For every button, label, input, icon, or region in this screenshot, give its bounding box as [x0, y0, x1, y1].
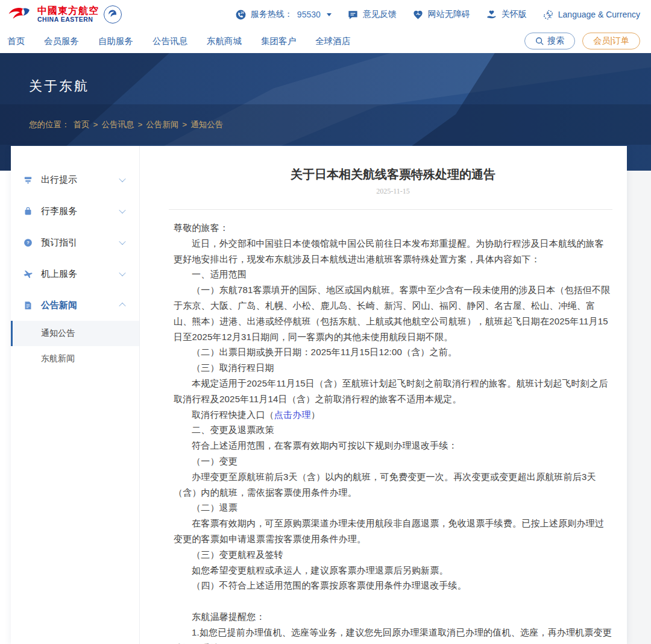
sidebar-item-预订指引[interactable]: ?预订指引: [11, 227, 139, 258]
sidebar-item-label: 预订指引: [41, 237, 77, 248]
article-paragraph: 办理变更至原航班前后3天（含）以内的航班，可免费变更一次。再次变更或变更超出原航…: [174, 469, 612, 500]
svg-text:文: 文: [548, 14, 552, 18]
nav-actions: 搜索 会员|订单: [524, 33, 640, 49]
breadcrumb-label: 您的位置：: [29, 119, 70, 130]
article-paragraph: （二）退票: [174, 500, 612, 516]
breadcrumb: 您的位置： 首页>公告讯息>公告新闻>通知公告: [29, 119, 223, 130]
sidebar-item-行李服务[interactable]: 行李服务: [11, 195, 139, 227]
sidebar-subitem-通知公告[interactable]: 通知公告: [11, 321, 139, 346]
article-title: 关于日本相关航线客票特殊处理的通告: [174, 166, 612, 183]
svg-text:?: ?: [27, 240, 30, 245]
accessibility-icon: [412, 9, 424, 21]
article-paragraph: 近日，外交部和中国驻日本使领馆就中国公民前往日本发布郑重提醒。为协助行程涉及日本…: [174, 236, 612, 267]
article-paragraph: （三）变更航程及签转: [174, 547, 612, 563]
article-paragraph: 二、变更及退票政策: [174, 422, 612, 438]
nav-link[interactable]: 集团客户: [261, 36, 296, 47]
nav-link[interactable]: 自助服务: [98, 36, 133, 47]
nav-link[interactable]: 公告讯息: [153, 36, 187, 47]
article-paragraph: （三）取消行程日期: [174, 360, 612, 376]
topbar-link-label: 意见反馈: [363, 9, 397, 20]
hotline[interactable]: 24 服务热线：95530: [235, 9, 332, 21]
brand-name-en: CHINA EASTERN: [37, 16, 99, 23]
hotline-caret-icon: [327, 13, 332, 16]
paragraph-spacer: [174, 593, 612, 609]
breadcrumb-bar: 您的位置： 首页>公告讯息>公告新闻>通知公告: [0, 104, 651, 145]
feedback-icon: [347, 9, 359, 21]
article-paragraph: 尊敬的旅客：: [174, 220, 612, 236]
topbar-link-label: Language & Currency: [558, 10, 640, 19]
sidebar-subitem-东航新闻[interactable]: 东航新闻: [11, 346, 139, 371]
breadcrumb-item[interactable]: 首页: [74, 119, 90, 130]
booking-guide-icon: ?: [23, 238, 33, 248]
article-paragraph: 一、适用范围: [174, 267, 612, 282]
page-title: 关于东航: [29, 77, 89, 95]
paragraph-text: ）: [311, 409, 320, 420]
brand-logo[interactable]: 中國東方航空 CHINA EASTERN: [7, 5, 122, 24]
paragraph-text: 取消行程快捷入口（: [192, 409, 274, 420]
breadcrumb-item[interactable]: 通知公告: [190, 119, 223, 130]
chevron-down-icon: [119, 238, 125, 245]
phone-24-icon: 24: [235, 9, 247, 21]
china-eastern-bird-icon: [7, 5, 33, 24]
sidebar-subitem-label: 通知公告: [41, 328, 75, 339]
sidebar-subitem-label: 东航新闻: [41, 353, 75, 364]
chevron-up-icon: [119, 303, 125, 309]
article-paragraph: （二）出票日期或换开日期：2025年11月15日12:00（含）之前。: [174, 344, 612, 360]
sidebar-item-label: 机上服务: [41, 268, 77, 280]
sidebar: 出行提示行李服务?预订指引机上服务公告新闻通知公告东航新闻: [11, 146, 140, 644]
nav-link[interactable]: 会员服务: [44, 36, 79, 47]
main-navbar: 首页会员服务自助服务公告讯息东航商城集团客户全球酒店 搜索 会员|订单: [0, 29, 651, 53]
breadcrumb-item[interactable]: 公告讯息: [101, 119, 134, 130]
article-paragraph: 取消行程快捷入口（点击办理）: [174, 407, 612, 423]
content-card: 出行提示行李服务?预订指引机上服务公告新闻通知公告东航新闻 关于日本相关航线客票…: [11, 146, 627, 644]
member-orders-button[interactable]: 会员|订单: [582, 33, 640, 49]
chevron-down-icon: [119, 175, 125, 182]
topbar-link-label: 网站无障碍: [428, 9, 470, 20]
topbar-link-label: 关怀版: [502, 9, 527, 20]
article-date: 2025-11-15: [174, 187, 612, 196]
nav-link[interactable]: 东航商城: [207, 36, 242, 47]
hotline-label: 服务热线：: [251, 9, 293, 20]
svg-text:24: 24: [241, 11, 244, 14]
article-paragraph: 东航温馨提醒您：: [174, 609, 612, 625]
brand-name-cn: 中國東方航空: [37, 6, 99, 16]
article-paragraph: （一）变更: [174, 453, 612, 469]
article-paragraph: 1.如您已提前办理值机、选座等业务，建议您先回原办理渠道取消已办理的值机、选座，…: [174, 625, 612, 644]
article-paragraph: （四）不符合上述适用范围的客票按原客票使用条件办理退改手续。: [174, 578, 612, 593]
search-button[interactable]: 搜索: [524, 33, 575, 49]
sidebar-item-公告新闻[interactable]: 公告新闻: [11, 289, 139, 321]
sidebar-item-label: 出行提示: [41, 174, 77, 186]
article-paragraph: 在客票有效期内，可至原购票渠道办理未使用航段非自愿退票，免收退票手续费。已按上述…: [174, 516, 612, 547]
sidebar-item-label: 公告新闻: [41, 300, 77, 311]
breadcrumb-separator: >: [182, 120, 187, 129]
travel-tips-icon: [23, 175, 33, 185]
nav-link[interactable]: 首页: [7, 36, 25, 47]
nav-link[interactable]: 全球酒店: [315, 36, 350, 47]
cancel-itinerary-link[interactable]: 点击办理: [274, 409, 311, 420]
sidebar-item-机上服务[interactable]: 机上服务: [11, 258, 139, 289]
article-body: 尊敬的旅客：近日，外交部和中国驻日本使领馆就中国公民前往日本发布郑重提醒。为协助…: [174, 220, 612, 644]
chevron-down-icon: [119, 207, 125, 213]
title-divider: [169, 209, 612, 210]
main-nav-links: 首页会员服务自助服务公告讯息东航商城集团客户全球酒店: [7, 36, 350, 47]
search-icon: [535, 37, 544, 45]
topbar-link[interactable]: A文Language & Currency: [542, 9, 640, 21]
inflight-icon: [23, 269, 33, 279]
article-paragraph: 本规定适用于2025年11月15日（含）至航班计划起飞时刻之前取消行程的旅客。航…: [174, 376, 612, 407]
baggage-icon: [23, 206, 33, 216]
sidebar-item-出行提示[interactable]: 出行提示: [11, 164, 139, 195]
breadcrumb-separator: >: [93, 120, 98, 129]
topbar-links: 24 服务热线：95530 意见反馈网站无障碍关怀版A文Language & C…: [235, 9, 640, 21]
topbar-link[interactable]: 网站无障碍: [412, 9, 470, 21]
breadcrumb-item[interactable]: 公告新闻: [146, 119, 178, 130]
member-orders-label: 会员|订单: [593, 36, 629, 46]
article-paragraph: 符合上述适用范围，在客票有效期内可按以下规则办理退改手续：: [174, 438, 612, 453]
article-paragraph: （一）东航781客票填开的国际、地区或国内航班。客票中至少含有一段未使用的涉及日…: [174, 282, 612, 344]
topbar-link[interactable]: 意见反馈: [347, 9, 397, 21]
skyteam-logo-icon: [104, 5, 122, 24]
top-utility-bar: 中國東方航空 CHINA EASTERN 24 服务热线：95530 意见反馈网…: [0, 0, 651, 29]
article-paragraph: 如您希望变更航程或承运人，建议原客票办理退票后另购新票。: [174, 563, 612, 578]
topbar-link[interactable]: 关怀版: [486, 9, 527, 21]
breadcrumb-separator: >: [137, 120, 142, 129]
hotline-number: 95530: [297, 10, 321, 19]
